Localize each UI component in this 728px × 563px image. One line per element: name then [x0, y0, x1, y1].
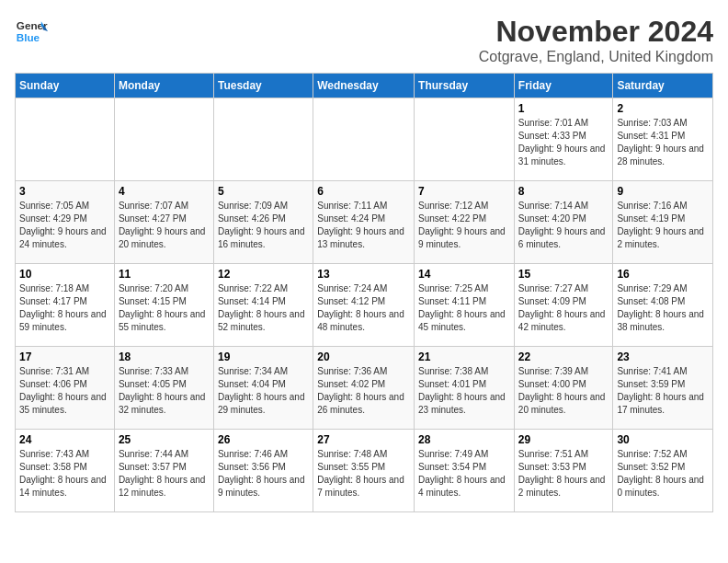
calendar-cell: 2Sunrise: 7:03 AM Sunset: 4:31 PM Daylig…: [613, 98, 713, 181]
calendar-cell: 29Sunrise: 7:51 AM Sunset: 3:53 PM Dayli…: [514, 430, 613, 512]
calendar-cell: 5Sunrise: 7:09 AM Sunset: 4:26 PM Daylig…: [213, 181, 313, 264]
day-detail: Sunrise: 7:12 AM Sunset: 4:22 PM Dayligh…: [418, 200, 510, 251]
month-title: November 2024: [479, 15, 713, 49]
calendar-cell: 19Sunrise: 7:34 AM Sunset: 4:04 PM Dayli…: [213, 347, 313, 430]
day-detail: Sunrise: 7:01 AM Sunset: 4:33 PM Dayligh…: [518, 117, 609, 168]
day-detail: Sunrise: 7:34 AM Sunset: 4:04 PM Dayligh…: [218, 365, 309, 417]
day-detail: Sunrise: 7:11 AM Sunset: 4:24 PM Dayligh…: [317, 200, 410, 251]
day-number: 5: [218, 185, 309, 198]
day-detail: Sunrise: 7:18 AM Sunset: 4:17 PM Dayligh…: [19, 282, 110, 334]
day-number: 22: [518, 350, 609, 363]
calendar-cell: 9Sunrise: 7:16 AM Sunset: 4:19 PM Daylig…: [613, 181, 713, 264]
day-detail: Sunrise: 7:39 AM Sunset: 4:00 PM Dayligh…: [518, 365, 609, 417]
calendar-cell: 15Sunrise: 7:27 AM Sunset: 4:09 PM Dayli…: [514, 264, 613, 347]
day-detail: Sunrise: 7:49 AM Sunset: 3:54 PM Dayligh…: [418, 448, 510, 500]
day-detail: Sunrise: 7:09 AM Sunset: 4:26 PM Dayligh…: [218, 200, 309, 251]
day-number: 27: [317, 433, 410, 446]
calendar-cell: 13Sunrise: 7:24 AM Sunset: 4:12 PM Dayli…: [313, 264, 415, 347]
calendar-table: SundayMondayTuesdayWednesdayThursdayFrid…: [15, 73, 713, 512]
calendar-week-2: 3Sunrise: 7:05 AM Sunset: 4:29 PM Daylig…: [16, 181, 713, 264]
calendar-cell: [114, 98, 213, 181]
column-header-sunday: Sunday: [16, 74, 115, 98]
calendar-week-5: 24Sunrise: 7:43 AM Sunset: 3:58 PM Dayli…: [16, 430, 713, 512]
calendar-cell: 11Sunrise: 7:20 AM Sunset: 4:15 PM Dayli…: [114, 264, 213, 347]
calendar-week-3: 10Sunrise: 7:18 AM Sunset: 4:17 PM Dayli…: [16, 264, 713, 347]
day-detail: Sunrise: 7:51 AM Sunset: 3:53 PM Dayligh…: [518, 448, 609, 500]
day-detail: Sunrise: 7:22 AM Sunset: 4:14 PM Dayligh…: [218, 282, 309, 334]
day-detail: Sunrise: 7:16 AM Sunset: 4:19 PM Dayligh…: [617, 200, 709, 251]
calendar-cell: [213, 98, 313, 181]
day-number: 24: [19, 433, 110, 446]
calendar-header-row: SundayMondayTuesdayWednesdayThursdayFrid…: [16, 74, 713, 98]
day-number: 23: [617, 350, 709, 363]
day-number: 29: [518, 433, 609, 446]
calendar-cell: 21Sunrise: 7:38 AM Sunset: 4:01 PM Dayli…: [415, 347, 515, 430]
day-detail: Sunrise: 7:43 AM Sunset: 3:58 PM Dayligh…: [19, 448, 110, 500]
day-number: 21: [418, 350, 510, 363]
calendar-cell: 14Sunrise: 7:25 AM Sunset: 4:11 PM Dayli…: [415, 264, 515, 347]
day-detail: Sunrise: 7:20 AM Sunset: 4:15 PM Dayligh…: [119, 282, 210, 334]
calendar-cell: 23Sunrise: 7:41 AM Sunset: 3:59 PM Dayli…: [613, 347, 713, 430]
day-number: 1: [518, 102, 609, 115]
day-detail: Sunrise: 7:24 AM Sunset: 4:12 PM Dayligh…: [317, 282, 410, 334]
day-detail: Sunrise: 7:36 AM Sunset: 4:02 PM Dayligh…: [317, 365, 410, 417]
calendar-week-4: 17Sunrise: 7:31 AM Sunset: 4:06 PM Dayli…: [16, 347, 713, 430]
day-number: 6: [317, 185, 410, 198]
calendar-cell: 3Sunrise: 7:05 AM Sunset: 4:29 PM Daylig…: [16, 181, 115, 264]
calendar-cell: 6Sunrise: 7:11 AM Sunset: 4:24 PM Daylig…: [313, 181, 415, 264]
day-detail: Sunrise: 7:52 AM Sunset: 3:52 PM Dayligh…: [617, 448, 709, 500]
day-detail: Sunrise: 7:44 AM Sunset: 3:57 PM Dayligh…: [119, 448, 210, 500]
day-detail: Sunrise: 7:07 AM Sunset: 4:27 PM Dayligh…: [119, 200, 210, 251]
location-title: Cotgrave, England, United Kingdom: [479, 49, 713, 65]
page-header: General Blue November 2024 Cotgrave, Eng…: [15, 15, 713, 65]
day-detail: Sunrise: 7:25 AM Sunset: 4:11 PM Dayligh…: [418, 282, 510, 334]
day-detail: Sunrise: 7:48 AM Sunset: 3:55 PM Dayligh…: [317, 448, 410, 500]
calendar-cell: [16, 98, 115, 181]
day-detail: Sunrise: 7:31 AM Sunset: 4:06 PM Dayligh…: [19, 365, 110, 417]
calendar-cell: [313, 98, 415, 181]
day-number: 14: [418, 268, 510, 281]
day-number: 15: [518, 268, 609, 281]
column-header-saturday: Saturday: [613, 74, 713, 98]
day-detail: Sunrise: 7:41 AM Sunset: 3:59 PM Dayligh…: [617, 365, 709, 417]
day-number: 4: [119, 185, 210, 198]
day-number: 28: [418, 433, 510, 446]
day-number: 3: [19, 185, 110, 198]
day-detail: Sunrise: 7:38 AM Sunset: 4:01 PM Dayligh…: [418, 365, 510, 417]
calendar-cell: 25Sunrise: 7:44 AM Sunset: 3:57 PM Dayli…: [114, 430, 213, 512]
day-number: 16: [617, 268, 709, 281]
column-header-wednesday: Wednesday: [313, 74, 415, 98]
day-number: 7: [418, 185, 510, 198]
calendar-cell: 8Sunrise: 7:14 AM Sunset: 4:20 PM Daylig…: [514, 181, 613, 264]
column-header-thursday: Thursday: [415, 74, 515, 98]
day-number: 9: [617, 185, 709, 198]
column-header-friday: Friday: [514, 74, 613, 98]
column-header-monday: Monday: [114, 74, 213, 98]
calendar-cell: 22Sunrise: 7:39 AM Sunset: 4:00 PM Dayli…: [514, 347, 613, 430]
calendar-cell: 16Sunrise: 7:29 AM Sunset: 4:08 PM Dayli…: [613, 264, 713, 347]
day-detail: Sunrise: 7:27 AM Sunset: 4:09 PM Dayligh…: [518, 282, 609, 334]
day-number: 13: [317, 268, 410, 281]
day-detail: Sunrise: 7:29 AM Sunset: 4:08 PM Dayligh…: [617, 282, 709, 334]
day-number: 20: [317, 350, 410, 363]
calendar-cell: 28Sunrise: 7:49 AM Sunset: 3:54 PM Dayli…: [415, 430, 515, 512]
calendar-week-1: 1Sunrise: 7:01 AM Sunset: 4:33 PM Daylig…: [16, 98, 713, 181]
day-detail: Sunrise: 7:46 AM Sunset: 3:56 PM Dayligh…: [218, 448, 309, 500]
calendar-cell: [415, 98, 515, 181]
day-number: 17: [19, 350, 110, 363]
day-detail: Sunrise: 7:05 AM Sunset: 4:29 PM Dayligh…: [19, 200, 110, 251]
svg-text:Blue: Blue: [17, 31, 40, 43]
calendar-cell: 27Sunrise: 7:48 AM Sunset: 3:55 PM Dayli…: [313, 430, 415, 512]
day-number: 12: [218, 268, 309, 281]
calendar-cell: 24Sunrise: 7:43 AM Sunset: 3:58 PM Dayli…: [16, 430, 115, 512]
title-section: November 2024 Cotgrave, England, United …: [479, 15, 713, 65]
calendar-cell: 12Sunrise: 7:22 AM Sunset: 4:14 PM Dayli…: [213, 264, 313, 347]
calendar-cell: 20Sunrise: 7:36 AM Sunset: 4:02 PM Dayli…: [313, 347, 415, 430]
calendar-cell: 10Sunrise: 7:18 AM Sunset: 4:17 PM Dayli…: [16, 264, 115, 347]
day-number: 30: [617, 433, 709, 446]
day-number: 26: [218, 433, 309, 446]
calendar-cell: 7Sunrise: 7:12 AM Sunset: 4:22 PM Daylig…: [415, 181, 515, 264]
day-number: 19: [218, 350, 309, 363]
calendar-cell: 17Sunrise: 7:31 AM Sunset: 4:06 PM Dayli…: [16, 347, 115, 430]
day-number: 2: [617, 102, 709, 115]
